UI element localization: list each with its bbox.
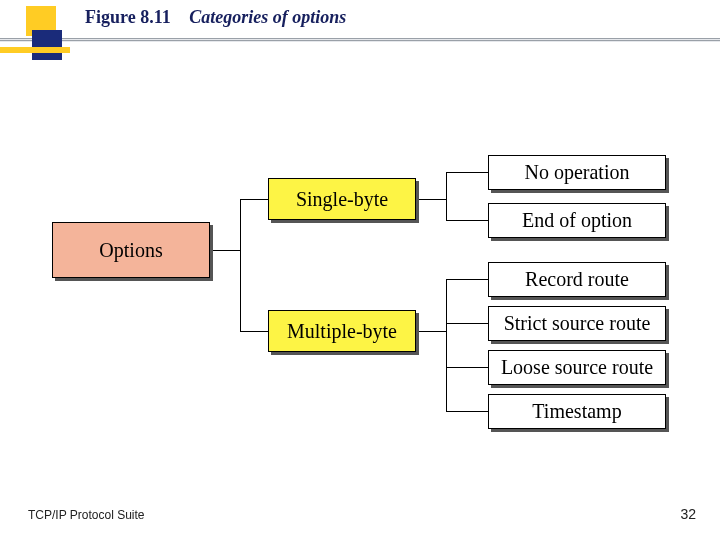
header-rule <box>0 40 720 42</box>
leaf-strict-source-route: Strict source route <box>488 306 666 341</box>
connector <box>419 331 446 332</box>
connector <box>419 199 446 200</box>
connector <box>446 172 447 221</box>
node-label: Strict source route <box>504 312 651 335</box>
connector <box>240 199 241 331</box>
node-label: Loose source route <box>501 356 653 379</box>
node-label: Record route <box>525 268 629 291</box>
figure-caption: Categories of options <box>189 7 346 27</box>
node-label: Options <box>99 239 162 262</box>
leaf-timestamp: Timestamp <box>488 394 666 429</box>
connector <box>446 172 488 173</box>
node-label: End of option <box>522 209 632 232</box>
node-label: No operation <box>525 161 630 184</box>
page-number: 32 <box>680 506 696 522</box>
footer-source: TCP/IP Protocol Suite <box>28 508 145 522</box>
leaf-record-route: Record route <box>488 262 666 297</box>
slide-title: Figure 8.11 Categories of options <box>85 6 346 28</box>
slide-root: Figure 8.11 Categories of options Option… <box>0 0 720 540</box>
node-options: Options <box>52 222 210 278</box>
leaf-loose-source-route: Loose source route <box>488 350 666 385</box>
connector <box>240 331 268 332</box>
leaf-end-of-option: End of option <box>488 203 666 238</box>
node-label: Multiple-byte <box>287 320 397 343</box>
node-label: Single-byte <box>296 188 388 211</box>
connector <box>446 279 447 412</box>
connector <box>446 411 488 412</box>
connector <box>446 279 488 280</box>
connector <box>213 250 240 251</box>
connector <box>240 199 268 200</box>
connector <box>446 220 488 221</box>
figure-number: Figure 8.11 <box>85 7 171 27</box>
node-multiple-byte: Multiple-byte <box>268 310 416 352</box>
connector <box>446 367 488 368</box>
header-square-navy <box>32 30 62 60</box>
header-accent-bar <box>0 47 70 53</box>
node-label: Timestamp <box>532 400 621 423</box>
node-single-byte: Single-byte <box>268 178 416 220</box>
connector <box>446 323 488 324</box>
leaf-no-operation: No operation <box>488 155 666 190</box>
